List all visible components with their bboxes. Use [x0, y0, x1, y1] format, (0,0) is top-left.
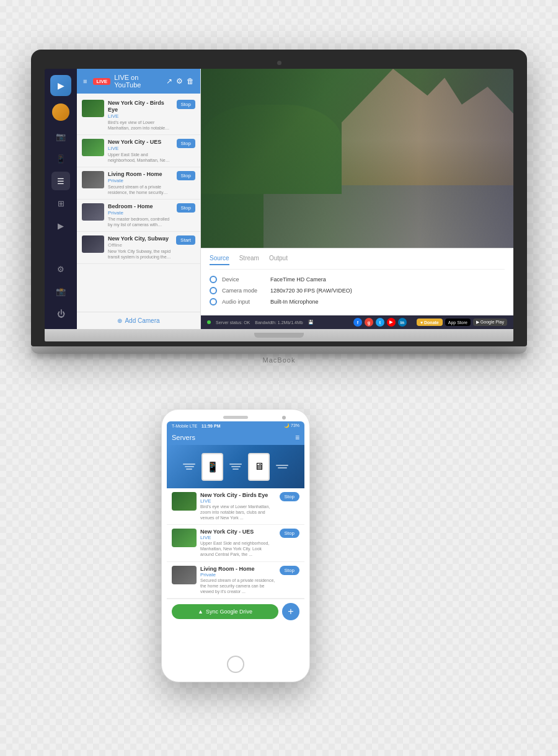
googleplay-button[interactable]: ▶ Google Play [473, 319, 507, 326]
wifi-line-5 [231, 466, 241, 467]
server-status: Server status: OK [216, 320, 250, 325]
phone-cam-thumb-1 [172, 529, 197, 547]
camera-btn-2[interactable]: Stop [177, 171, 195, 180]
camera-status-4: Offline [108, 242, 172, 248]
battery-text: 73% [291, 423, 299, 428]
add-camera-phone-button[interactable]: + [282, 603, 299, 620]
tab-output[interactable]: Output [269, 255, 288, 265]
camera-status-3: Private [108, 210, 173, 216]
sidebar-icon-camera2[interactable]: 📸 [51, 282, 70, 301]
content-area: Source Stream Output Device FaceTime HD … [201, 69, 513, 329]
bandwidth: Bandwidth: 1.2Mb/1.4Mb [255, 320, 303, 325]
phone-cam-btn-1[interactable]: Stop [280, 529, 299, 538]
add-camera-button[interactable]: ⊕ Add Camera [77, 312, 200, 329]
sidebar-icon-settings[interactable]: ⚙ [51, 260, 70, 278]
phone-camera-item-0: New York City - Birds Eye LIVE Bird's ey… [167, 488, 304, 525]
camera-thumb-0 [82, 100, 104, 117]
wifi-signal-right [229, 464, 242, 470]
camera-name-4: New York City, Subway [108, 235, 172, 242]
camera-btn-0[interactable]: Stop [177, 100, 195, 109]
phone-camera-item-2: Living Room - Home Private Secured strea… [167, 562, 304, 599]
donate-button[interactable]: ♥ Donate [417, 319, 443, 326]
settings-row-device: Device FaceTime HD Camera [210, 276, 505, 283]
camera-mode-value: 1280x720 30 FPS (RAW/VIDEO) [270, 288, 352, 294]
phone-cam-btn-2[interactable]: Stop [280, 566, 299, 575]
phone-cam-desc-2: Secured stream of a private residence, t… [200, 578, 276, 594]
macbook-screen: ▶ 📷 📱 ☰ ⊞ ▶ ⚙ 📸 ⏻ ≡ L [45, 69, 513, 329]
camera-name-1: New York City - UES [108, 139, 173, 146]
phone-camera-item-1: New York City - UES LIVE Upper East Side… [167, 525, 304, 561]
phone-cam-btn-0[interactable]: Stop [280, 492, 299, 501]
phone-cam-name-1: New York City - UES [200, 529, 276, 535]
camera-desc-3: The master bedroom, controlled by my lis… [108, 216, 173, 227]
phone-cam-name-0: New York City - Birds Eye [200, 492, 276, 498]
phone-cam-status-0: LIVE [200, 498, 276, 504]
camera-status-2: Private [108, 178, 173, 183]
facebook-icon[interactable]: f [353, 318, 362, 327]
camera-btn-4[interactable]: Start [176, 235, 195, 245]
filter-icon: ≡ [83, 77, 87, 85]
phone-home-button[interactable] [227, 656, 244, 673]
camera-status-1: LIVE [108, 146, 173, 151]
phone-top-bar [167, 416, 304, 419]
panel-title: LIVE on YouTube [114, 74, 162, 89]
phone-camera-list: New York City - Birds Eye LIVE Bird's ey… [167, 488, 304, 599]
tab-source[interactable]: Source [210, 255, 229, 265]
wifi-line-4 [229, 464, 242, 465]
audio-label: Audio input [222, 299, 265, 305]
camera-btn-1[interactable]: Stop [177, 139, 195, 148]
camera-thumb-2 [82, 171, 104, 188]
twitter-icon[interactable]: t [376, 318, 384, 327]
linkedin-icon[interactable]: in [398, 318, 407, 327]
user-avatar[interactable] [52, 103, 69, 121]
phone-cam-info-1: New York City - UES LIVE Upper East Side… [200, 529, 276, 557]
macbook-notch [254, 333, 304, 338]
phone-hero-banner: 📱 🖥 [167, 445, 304, 488]
phone-outer: T-Mobile LTE 11:59 PM 🌙 73% Servers ≡ [161, 409, 310, 682]
camera-thumb-3 [82, 203, 104, 221]
camera-list-panel: ≡ LIVE LIVE on YouTube ↗ ⚙ 🗑 New York [77, 69, 201, 329]
sidebar-icon-power[interactable]: ⏻ [51, 304, 70, 323]
panel-header: ≡ LIVE LIVE on YouTube ↗ ⚙ 🗑 [77, 69, 200, 94]
youtube-icon[interactable]: ▶ [387, 318, 396, 327]
phone-speaker [223, 416, 248, 419]
camera-list: New York City - Birds Eye LIVE Bird's ey… [77, 94, 200, 312]
camera-desc-1: Upper East Side and neighborhood, Manhat… [108, 152, 173, 163]
trash-icon[interactable]: 🗑 [187, 77, 194, 86]
camera-desc-4: New York City Subway, the rapid transit … [108, 248, 172, 260]
phone-camera-dot [282, 416, 286, 420]
tab-stream[interactable]: Stream [239, 255, 259, 265]
sidebar-icon-list[interactable]: ☰ [51, 172, 70, 190]
radio-device[interactable] [210, 276, 217, 283]
phone-bottom-bar: ▲ Sync Google Drive + [167, 599, 304, 624]
phone-cam-info-2: Living Room - Home Private Secured strea… [200, 566, 276, 594]
sidebar-icon-play[interactable]: ▶ [51, 216, 70, 235]
phone-cam-thumb-2 [172, 566, 197, 584]
radio-camera-mode[interactable] [210, 287, 217, 294]
phone-status-bar: T-Mobile LTE 11:59 PM 🌙 73% [167, 421, 304, 430]
app-logo[interactable]: ▶ [50, 75, 71, 96]
add-camera-label: Add Camera [125, 317, 159, 324]
sidebar-icon-grid[interactable]: ⊞ [51, 194, 70, 213]
sidebar-icon-camera[interactable]: 📷 [51, 127, 70, 146]
phone-cam-desc-0: Bird's eye view of Lower Manhattan, zoom… [200, 504, 276, 521]
sidebar-icon-phone[interactable]: 📱 [51, 149, 70, 168]
phone-menu-icon[interactable]: ≡ [295, 433, 299, 442]
appstore-button[interactable]: App Store [445, 319, 471, 326]
macbook-bottom [31, 346, 527, 354]
settings-icon[interactable]: ⚙ [176, 77, 183, 86]
hdd-icon: 💾 [308, 320, 314, 325]
phone-hero-content: 📱 🖥 [183, 453, 288, 481]
sync-google-drive-button[interactable]: ▲ Sync Google Drive [172, 604, 278, 619]
camera-desc-0: Bird's eye view of Lower Manhattan, zoom… [108, 120, 173, 131]
video-preview [201, 69, 513, 248]
macbook-label: MacBook [31, 356, 527, 364]
googleplus-icon[interactable]: g [365, 318, 373, 327]
wifi-signal-far [276, 465, 288, 468]
camera-info-4: New York City, Subway Offline New York C… [108, 235, 172, 260]
server-device-illustration: 🖥 [248, 453, 270, 481]
radio-audio[interactable] [210, 298, 217, 305]
camera-btn-3[interactable]: Stop [177, 203, 195, 213]
macbook-device: ▶ 📷 📱 ☰ ⊞ ▶ ⚙ 📸 ⏻ ≡ L [31, 50, 527, 364]
share-icon[interactable]: ↗ [166, 77, 172, 86]
